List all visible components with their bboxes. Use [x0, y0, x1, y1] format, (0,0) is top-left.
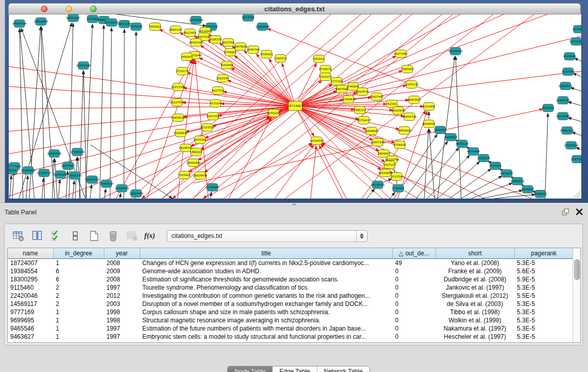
table-cell[interactable]: Corpus callosum shape and size in male p…: [140, 308, 393, 316]
table-cell[interactable]: 0: [393, 300, 435, 308]
graph-edge[interactable]: [299, 84, 333, 103]
table-cell[interactable]: 2012: [104, 292, 140, 300]
graph-edge[interactable]: [42, 178, 43, 199]
table-cell[interactable]: Dudbridge et al. (2008): [435, 275, 514, 283]
table-cell[interactable]: 5.9E-5: [514, 275, 573, 283]
table-row[interactable]: 2242004622012Investigating the contribut…: [8, 292, 573, 300]
graph-edge[interactable]: [449, 169, 491, 199]
divider-handle[interactable]: [292, 204, 296, 205]
table-cell[interactable]: 1: [53, 333, 104, 341]
graph-edge[interactable]: [482, 190, 522, 199]
table-cell[interactable]: 2009: [104, 267, 140, 275]
graph-edge[interactable]: [311, 146, 316, 199]
graph-edge[interactable]: [10, 176, 11, 199]
graph-edge[interactable]: [79, 71, 83, 199]
select-all-checks-icon[interactable]: [50, 229, 63, 243]
column-header-short[interactable]: short: [435, 248, 514, 258]
new-document-icon[interactable]: [88, 229, 101, 243]
table-cell[interactable]: 2: [53, 300, 104, 308]
table-cell[interactable]: 2008: [104, 258, 140, 267]
table-row[interactable]: 969969511998Structural magnetic resonanc…: [8, 316, 573, 324]
stacked-squares-icon[interactable]: [69, 229, 82, 243]
table-cell[interactable]: 5.3E-5: [514, 300, 573, 308]
table-cell[interactable]: 0: [393, 267, 435, 275]
graph-edge[interactable]: [568, 118, 581, 123]
table-row[interactable]: 946362711997Embryonic stem cells: a mode…: [8, 333, 573, 341]
graph-edge[interactable]: [382, 179, 392, 183]
table-cell[interactable]: 0: [393, 333, 435, 341]
graph-edge[interactable]: [58, 180, 60, 199]
table-cell[interactable]: 2008: [104, 275, 140, 283]
table-cell[interactable]: Changes of HCN gene expression and I(f) …: [140, 258, 393, 267]
table-cell[interactable]: 1: [53, 324, 104, 333]
table-cell[interactable]: 1998: [104, 308, 140, 316]
table-cell[interactable]: 1: [53, 258, 104, 267]
column-header-title[interactable]: title: [140, 248, 393, 258]
table-cell[interactable]: Investigating the contribution of common…: [140, 292, 393, 300]
table-row[interactable]: 1872400712008Changes of HCN gene express…: [8, 258, 573, 267]
table-cell[interactable]: 9115460: [8, 283, 53, 292]
column-header-name[interactable]: name: [8, 248, 53, 258]
graph-edge[interactable]: [494, 194, 535, 199]
network-canvas[interactable]: 2405572420691406106532871527602646616010…: [9, 14, 581, 199]
table-cell[interactable]: 18724007: [8, 258, 53, 267]
table-cell[interactable]: 5.3E-5: [514, 324, 573, 333]
table-cell[interactable]: Jankovic et al. (1997): [435, 283, 514, 292]
close-panel-icon[interactable]: [576, 208, 583, 215]
table-cell[interactable]: 9699695: [8, 316, 53, 324]
table-cell[interactable]: 1997: [104, 333, 140, 341]
table-select-dropdown[interactable]: citations_edges.txt: [167, 230, 367, 242]
column-header-out-de-[interactable]: △ out_de...: [393, 248, 435, 258]
table-cell[interactable]: Hescheler et al. (1997): [435, 333, 514, 341]
graph-edge[interactable]: [90, 185, 92, 199]
graph-edge[interactable]: [85, 108, 291, 199]
graph-edge[interactable]: [136, 32, 136, 199]
table-cell[interactable]: 18300295: [8, 275, 53, 283]
table-cell[interactable]: Estimation of significance thresholds fo…: [140, 275, 393, 283]
table-cell[interactable]: Estimation of the future numbers of pati…: [140, 324, 393, 333]
table-cell[interactable]: Nakamura et al. (1997): [435, 324, 514, 333]
table-cell[interactable]: 1997: [104, 283, 140, 292]
table-vertical-scrollbar[interactable]: [573, 248, 580, 342]
table-cell[interactable]: Embryonic stem cells: a model to study s…: [140, 333, 393, 341]
table-cell[interactable]: 49: [393, 258, 435, 267]
graph-edge[interactable]: [572, 132, 581, 138]
table-cell[interactable]: Franke et al. (2009): [435, 267, 514, 275]
graph-edge[interactable]: [26, 176, 28, 199]
graph-edge[interactable]: [52, 159, 54, 199]
table-row[interactable]: 1456911722003Disruption of a novel membe…: [8, 300, 573, 308]
table-cell[interactable]: 14569117: [8, 300, 53, 308]
table-row[interactable]: 911546021997Tourette syndrome. Phenomeno…: [8, 283, 573, 292]
graph-edge[interactable]: [73, 181, 74, 199]
table-column-icon[interactable]: [31, 229, 44, 243]
canvas-resize-grip[interactable]: [574, 191, 580, 198]
table-cell[interactable]: 9463627: [8, 333, 53, 341]
table-cell[interactable]: 5.3E-5: [514, 316, 573, 324]
table-cell[interactable]: Structural magnetic resonance image aver…: [140, 316, 393, 324]
table-row[interactable]: 1830029562008Estimation of significance …: [8, 275, 573, 283]
table-cell[interactable]: Genome-wide association studies in ADHD.: [140, 267, 393, 275]
table-cell[interactable]: de Silva et al. (2003): [435, 300, 514, 308]
table-cell[interactable]: Tourette syndrome. Phenomenology and cla…: [140, 283, 393, 292]
table-cell[interactable]: 19384554: [8, 267, 53, 275]
table-cell[interactable]: 0: [393, 316, 435, 324]
table-cell[interactable]: 0: [393, 275, 435, 283]
table-cell[interactable]: Tibbo et al. (1998): [435, 308, 514, 316]
table-cell[interactable]: 0: [393, 308, 435, 316]
table-cell[interactable]: Stergiakouli et al. (2012): [435, 292, 514, 300]
tab-node-table[interactable]: Node Table: [228, 366, 272, 372]
table-cell[interactable]: 6: [53, 267, 104, 275]
tab-edge-table[interactable]: Edge Table: [272, 366, 317, 372]
scrollbar-thumb[interactable]: [574, 259, 580, 280]
column-header-year[interactable]: year: [104, 248, 140, 258]
table-cell[interactable]: 22420046: [8, 292, 53, 300]
table-cell[interactable]: 6: [53, 275, 104, 283]
column-header-pagerank[interactable]: pagerank: [514, 248, 573, 258]
table-row[interactable]: 977716911998Corpus callosum shape and si…: [8, 308, 573, 316]
graph-edge[interactable]: [571, 87, 581, 93]
table-cell[interactable]: 1: [53, 308, 104, 316]
table-row[interactable]: 946554611997Estimation of the future num…: [8, 324, 573, 333]
table-cell[interactable]: 5.5E-5: [514, 292, 573, 300]
table-cell[interactable]: 0: [393, 283, 435, 292]
graph-edge[interactable]: [405, 141, 448, 199]
